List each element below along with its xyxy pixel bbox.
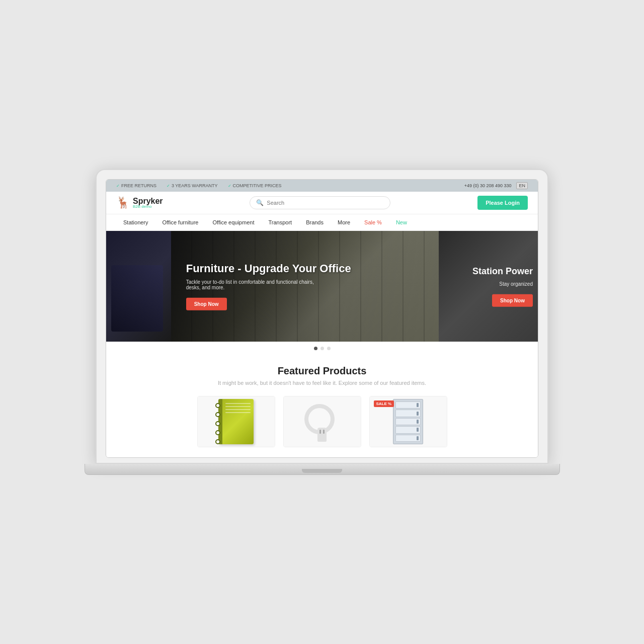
check-icon-2: ✓ — [167, 184, 170, 188]
warranty-label: 3 YEARS WARRANTY — [172, 183, 218, 188]
product-img-cable — [284, 396, 361, 447]
dot-1[interactable] — [314, 347, 317, 350]
nav-brands[interactable]: Brands — [299, 214, 331, 230]
cabinet-shelf-4 — [395, 426, 421, 433]
cabinet-shelf-1 — [395, 401, 421, 409]
search-input[interactable] — [267, 200, 384, 206]
hero-left-panel — [106, 231, 171, 342]
hero-content-right: Station Power Stay organized Shop Now — [472, 266, 533, 307]
shelf-handle-2 — [417, 412, 419, 416]
top-bar-items: ✓ FREE RETURNS ✓ 3 YEARS WARRANTY ✓ COMP… — [116, 183, 282, 188]
cable-visual — [304, 404, 340, 439]
product-card-cabinet[interactable]: SALE % — [369, 396, 447, 447]
cabinet-visual — [393, 399, 423, 444]
nb-line-4 — [225, 412, 251, 413]
hero-shop-now-button-2[interactable]: Shop Now — [492, 294, 533, 306]
nav-sale[interactable]: Sale % — [357, 214, 389, 230]
ring-5 — [215, 439, 220, 444]
nav-new[interactable]: New — [389, 214, 414, 230]
nb-line-1 — [225, 403, 251, 404]
nav-office-furniture[interactable]: Office furniture — [155, 214, 206, 230]
laptop-base — [85, 464, 560, 475]
keyboard-decoration — [111, 265, 163, 332]
logo-icon: 🦌 — [116, 196, 130, 209]
shelf-handle-4 — [417, 428, 419, 432]
hero-content: Furniture - Upgrade Your Office Tackle y… — [186, 262, 351, 310]
nav-stationery[interactable]: Stationery — [116, 214, 155, 230]
dot-3[interactable] — [327, 347, 331, 350]
product-card-cable[interactable] — [283, 396, 361, 447]
hero-title: Furniture - Upgrade Your Office — [186, 262, 351, 275]
check-icon: ✓ — [116, 184, 120, 188]
pin-2 — [323, 430, 325, 434]
product-img-cabinet: SALE % — [370, 396, 447, 447]
free-returns-label: FREE RETURNS — [121, 183, 156, 188]
dot-2[interactable] — [320, 347, 324, 350]
laptop-bezel: ✓ FREE RETURNS ✓ 3 YEARS WARRANTY ✓ COMP… — [96, 169, 548, 464]
prices-label: COMPETITIVE PRICES — [233, 183, 282, 188]
logo-text-group: Spryker B2B demo — [133, 197, 163, 209]
nav-transport[interactable]: Transport — [261, 214, 299, 230]
cabinet-shelf-2 — [395, 410, 421, 417]
top-bar-right: +49 (0) 30 208 490 330 EN — [464, 182, 528, 189]
search-bar[interactable]: 🔍 — [250, 196, 390, 209]
nb-line-2 — [225, 406, 251, 407]
ring-4 — [215, 430, 220, 435]
ring-3 — [215, 421, 220, 426]
hero-shop-now-button[interactable]: Shop Now — [186, 298, 227, 310]
nav-more[interactable]: More — [331, 214, 357, 230]
featured-subtitle: It might be work, but it doesn't have to… — [116, 380, 528, 386]
featured-section: Featured Products It might be work, but … — [106, 355, 538, 457]
hero-title-right: Station Power — [472, 266, 533, 277]
login-button[interactable]: Please Login — [477, 196, 528, 210]
featured-title: Featured Products — [116, 365, 528, 377]
nb-line-3 — [225, 409, 251, 410]
cabinet-shelf-5 — [395, 435, 421, 442]
sale-badge: SALE % — [374, 400, 394, 407]
top-bar-free-returns: ✓ FREE RETURNS — [116, 183, 156, 188]
notebook-lines — [222, 399, 254, 419]
hero-slider: Furniture - Upgrade Your Office Tackle y… — [106, 231, 538, 342]
products-grid: SALE % — [116, 396, 528, 447]
product-card-notebook[interactable] — [197, 396, 275, 447]
shelf-handle-5 — [417, 436, 419, 440]
notebook-visual — [218, 399, 254, 444]
cable-plug — [317, 428, 327, 442]
language-selector[interactable]: EN — [516, 182, 528, 189]
shelf-handle-1 — [417, 403, 419, 407]
laptop-notch — [302, 469, 342, 473]
ring-1 — [215, 403, 220, 408]
header: 🦌 Spryker B2B demo 🔍 Please Login — [106, 192, 538, 214]
laptop-wrapper: ✓ FREE RETURNS ✓ 3 YEARS WARRANTY ✓ COMP… — [96, 169, 548, 475]
hero-left-bg — [106, 231, 171, 342]
hero-subtitle: Tackle your to-do list in comfortable an… — [186, 279, 317, 290]
pin-1 — [319, 430, 321, 434]
notebook-rings — [215, 403, 220, 444]
check-icon-3: ✓ — [228, 184, 231, 188]
plug-pins — [317, 430, 327, 434]
search-icon: 🔍 — [256, 199, 264, 206]
hero-subtitle-right: Stay organized — [472, 281, 533, 286]
main-nav: Stationery Office furniture Office equip… — [106, 214, 538, 231]
cabinet-shelf-3 — [395, 418, 421, 425]
nav-office-equipment[interactable]: Office equipment — [205, 214, 261, 230]
hero-right-slide: Station Power Stay organized Shop Now — [439, 231, 538, 342]
phone-number: +49 (0) 30 208 490 330 — [464, 183, 512, 188]
top-bar-warranty: ✓ 3 YEARS WARRANTY — [167, 183, 218, 188]
top-bar: ✓ FREE RETURNS ✓ 3 YEARS WARRANTY ✓ COMP… — [106, 180, 538, 192]
logo[interactable]: 🦌 Spryker B2B demo — [116, 196, 163, 209]
product-img-notebook — [198, 396, 275, 447]
top-bar-prices: ✓ COMPETITIVE PRICES — [228, 183, 282, 188]
slider-dots — [106, 342, 538, 355]
laptop-screen: ✓ FREE RETURNS ✓ 3 YEARS WARRANTY ✓ COMP… — [106, 179, 538, 458]
shelf-handle-3 — [417, 420, 419, 424]
ring-2 — [215, 412, 220, 417]
hero-main-slide: Furniture - Upgrade Your Office Tackle y… — [171, 231, 439, 342]
